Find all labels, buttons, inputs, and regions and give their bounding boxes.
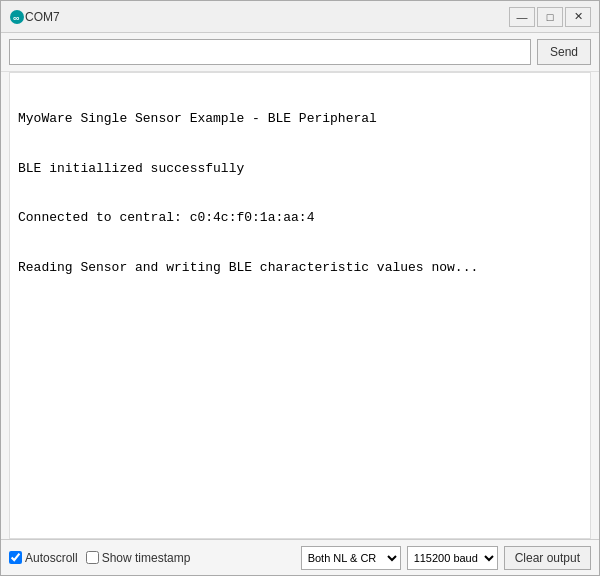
timestamp-text: Show timestamp xyxy=(102,551,191,565)
svg-text:∞: ∞ xyxy=(13,13,20,23)
minimize-button[interactable]: — xyxy=(509,7,535,27)
clear-output-button[interactable]: Clear output xyxy=(504,546,591,570)
window-controls: — □ ✕ xyxy=(509,7,591,27)
window-title: COM7 xyxy=(25,10,509,24)
autoscroll-label[interactable]: Autoscroll xyxy=(9,551,78,565)
maximize-button[interactable]: □ xyxy=(537,7,563,27)
title-bar: ∞ COM7 — □ ✕ xyxy=(1,1,599,33)
timestamp-label[interactable]: Show timestamp xyxy=(86,551,191,565)
send-button[interactable]: Send xyxy=(537,39,591,65)
close-button[interactable]: ✕ xyxy=(565,7,591,27)
window: ∞ COM7 — □ ✕ Send MyoWare Single Sensor … xyxy=(0,0,600,576)
timestamp-checkbox[interactable] xyxy=(86,551,99,564)
output-line-4: Reading Sensor and writing BLE character… xyxy=(18,258,582,278)
output-line-2: BLE initiallized successfully xyxy=(18,159,582,179)
status-left: Autoscroll Show timestamp xyxy=(9,551,293,565)
arduino-logo-icon: ∞ xyxy=(9,9,25,25)
status-bar: Autoscroll Show timestamp Both NL & CR N… xyxy=(1,539,599,575)
autoscroll-text: Autoscroll xyxy=(25,551,78,565)
serial-input[interactable] xyxy=(9,39,531,65)
line-ending-select[interactable]: Both NL & CR No line ending Newline Carr… xyxy=(301,546,401,570)
input-row: Send xyxy=(1,33,599,72)
serial-output: MyoWare Single Sensor Example - BLE Peri… xyxy=(9,72,591,539)
autoscroll-checkbox[interactable] xyxy=(9,551,22,564)
output-line-3: Connected to central: c0:4c:f0:1a:aa:4 xyxy=(18,208,582,228)
baud-rate-select[interactable]: 300 baud 9600 baud 115200 baud 230400 ba… xyxy=(407,546,498,570)
status-right: Both NL & CR No line ending Newline Carr… xyxy=(301,546,591,570)
output-line-1: MyoWare Single Sensor Example - BLE Peri… xyxy=(18,109,582,129)
